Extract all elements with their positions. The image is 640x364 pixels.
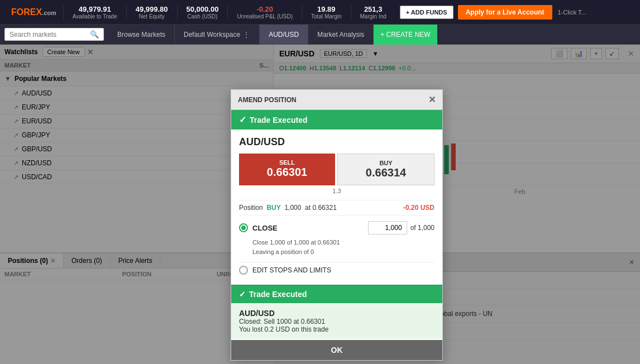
position-label: Position BUY 1,000 at 0.66321 xyxy=(239,204,337,212)
stat-margin-ind-val: 251,3 xyxy=(364,5,383,13)
top-bar: FOREX.com 49,979.91 Available to Trade 4… xyxy=(0,0,640,25)
trade-executed-label-2: Trade Executed xyxy=(249,290,307,299)
stat-margin-ind: 251,3 Margin Ind xyxy=(351,5,395,20)
stat-cash: 50,000.00 Cash (USD) xyxy=(177,5,228,20)
buy-price: 0.66314 xyxy=(343,166,428,179)
nav-bar: 🔍 Browse Markets Default Workspace ⋮ AUD… xyxy=(0,25,640,45)
position-buy-label: BUY xyxy=(266,204,280,212)
modal-title: AMEND POSITION xyxy=(238,96,297,104)
stat-equity-lbl: Net Equity xyxy=(139,13,165,20)
stat-margin-val: 19.89 xyxy=(317,5,336,13)
logo: FOREX.com xyxy=(4,7,63,17)
spread-value: 1.3 xyxy=(239,188,434,194)
position-at: at 0.66321 xyxy=(305,204,337,212)
logo-domain: .com xyxy=(42,9,56,16)
trade-executed-label-1: Trade Executed xyxy=(250,116,308,124)
add-funds-button[interactable]: + ADD FUNDS xyxy=(400,6,453,19)
stat-pl-val: -0.20 xyxy=(256,5,273,13)
close-info-line1: Close 1,000 of 1,000 at 0.66301 xyxy=(252,238,434,247)
stat-equity-val: 49,999.80 xyxy=(136,5,168,13)
buy-sell-row: SELL 0.66301 BUY 0.66314 xyxy=(239,154,434,185)
stat-margin-ind-lbl: Margin Ind xyxy=(360,13,386,20)
position-qty: 1,000 xyxy=(284,204,301,212)
workspace-settings-icon: ⋮ xyxy=(242,30,250,39)
edit-stops-label: EDIT STOPS AND LIMITS xyxy=(252,266,331,274)
sell-button[interactable]: SELL 0.66301 xyxy=(239,154,335,185)
position-row: Position BUY 1,000 at 0.66321 -0.20 USD xyxy=(239,200,434,215)
main-layout: Watchlists Create New ✕ MARKET S... ▼ Po… xyxy=(0,45,640,364)
stat-margin: 19.89 Total Margin xyxy=(302,5,350,20)
stat-available-lbl: Available to Trade xyxy=(73,13,117,20)
tab-default-workspace[interactable]: Default Workspace ⋮ xyxy=(175,25,260,45)
stat-cash-val: 50,000.00 xyxy=(187,5,219,13)
sell-price: 0.66301 xyxy=(245,166,329,179)
radio-inner xyxy=(241,226,246,230)
check-icon-2: ✓ xyxy=(239,290,246,299)
stat-available-val: 49,979.91 xyxy=(79,5,111,13)
tab-browse-markets[interactable]: Browse Markets xyxy=(108,25,175,45)
modal-body: AUD/USD SELL 0.66301 BUY 0.66314 1.3 Pos… xyxy=(231,130,442,285)
tab-aud-usd[interactable]: AUD/USD xyxy=(260,25,308,45)
position-pl: -0.20 USD xyxy=(403,204,434,212)
close-info: Close 1,000 of 1,000 at 0.66301 Leaving … xyxy=(252,238,434,256)
live-account-button[interactable]: Apply for a Live Account xyxy=(458,5,552,20)
check-icon-1: ✓ xyxy=(239,114,246,125)
search-input[interactable] xyxy=(9,31,88,39)
edit-stops-row: EDIT STOPS AND LIMITS xyxy=(239,262,434,278)
search-icon: 🔍 xyxy=(90,30,99,39)
sell-label: SELL xyxy=(245,159,329,166)
amend-position-modal: AMEND POSITION ✕ ✓ Trade Executed AUD/US… xyxy=(231,89,443,361)
close-radio[interactable] xyxy=(239,223,248,232)
ok-button[interactable]: OK xyxy=(231,340,442,360)
stat-pl-lbl: Unrealised P&L (USD) xyxy=(237,13,293,20)
stat-equity: 49,999.80 Net Equity xyxy=(126,5,177,20)
stat-margin-lbl: Total Margin xyxy=(311,13,341,20)
close-label: CLOSE xyxy=(252,224,278,232)
buy-label: BUY xyxy=(343,160,428,166)
trade-executed-banner-2: ✓ Trade Executed xyxy=(231,285,442,303)
stat-pl: -0.20 Unrealised P&L (USD) xyxy=(227,5,302,20)
trade-executed-banner-1: ✓ Trade Executed xyxy=(231,110,442,130)
create-new-button[interactable]: + CREATE NEW xyxy=(374,25,437,45)
trade-result-pair: AUD/USD xyxy=(239,309,434,318)
modal-pair: AUD/USD xyxy=(239,136,434,148)
search-box[interactable]: 🔍 xyxy=(4,28,104,41)
stat-available: 49,979.91 Available to Trade xyxy=(63,5,126,20)
stat-cash-lbl: Cash (USD) xyxy=(188,13,218,20)
close-qty-box: of 1,000 xyxy=(368,221,434,234)
logo-forex: FOREX xyxy=(11,7,42,17)
close-info-line2: Leaving a position of 0 xyxy=(252,247,434,257)
trade-result-lost: You lost 0.2 USD on this trade xyxy=(239,325,434,333)
close-row: CLOSE of 1,000 xyxy=(239,221,434,234)
buy-button[interactable]: BUY 0.66314 xyxy=(337,154,434,185)
tab-market-analysis[interactable]: Market Analysis xyxy=(308,25,374,45)
edit-stops-radio[interactable] xyxy=(239,266,248,275)
modal-close-icon[interactable]: ✕ xyxy=(428,94,436,105)
one-click-label: 1-Click T... xyxy=(558,9,586,16)
close-qty-input[interactable] xyxy=(368,221,407,234)
of-qty-label: of 1,000 xyxy=(410,224,434,232)
trade-result: AUD/USD Closed: Sell 1000 at 0.66301 You… xyxy=(231,303,442,339)
modal-header: AMEND POSITION ✕ xyxy=(231,90,442,110)
trade-result-closed: Closed: Sell 1000 at 0.66301 xyxy=(239,318,434,325)
